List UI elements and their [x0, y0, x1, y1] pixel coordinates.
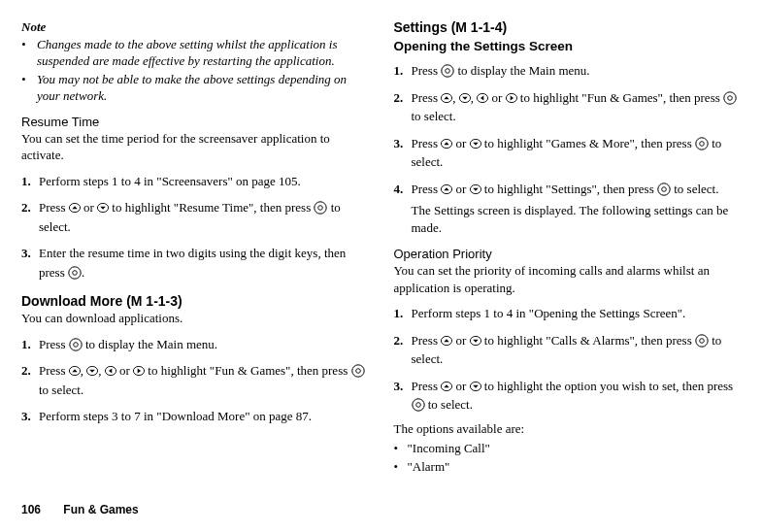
operation-priority-para: You can set the priority of incoming cal…: [394, 262, 742, 296]
left-column: Note • Changes made to the above setting…: [21, 19, 369, 475]
note-item: • You may not be able to make the above …: [21, 72, 369, 105]
step-number: 2.: [21, 361, 39, 399]
step-text: Press to display the Main menu.: [39, 335, 369, 354]
step-item: 2. Press or to highlight "Calls & Alarms…: [394, 331, 742, 369]
step-text: Perform steps 1 to 4 in "Screensavers" o…: [39, 172, 369, 191]
step-text: Press or to highlight "Calls & Alarms", …: [412, 331, 742, 369]
step-text: Enter the resume time in two digits usin…: [39, 244, 369, 282]
down-arrow-icon: [97, 203, 109, 213]
resume-time-para: You can set the time period for the scre…: [21, 130, 369, 164]
step-item: 3. Press or to highlight the option you …: [394, 377, 742, 415]
note-heading: Note: [21, 19, 369, 35]
down-arrow-icon: [470, 382, 481, 391]
center-key-icon: [412, 398, 425, 412]
down-arrow-icon: [470, 139, 481, 149]
step-item: 3. Press or to highlight "Games & More",…: [394, 134, 742, 172]
up-arrow-icon: [441, 139, 452, 149]
note-item: • Changes made to the above setting whil…: [21, 37, 369, 70]
up-arrow-icon: [441, 93, 452, 103]
step-text: Press or to highlight "Games & More", th…: [412, 134, 742, 172]
center-key-icon: [657, 183, 671, 196]
resume-time-heading: Resume Time: [21, 115, 369, 129]
menu-code: (M 1-1-3): [126, 293, 182, 309]
page-footer: 106 Fun & Games: [21, 503, 139, 516]
step-text: Perform steps 3 to 7 in "Download More" …: [39, 407, 369, 426]
down-arrow-icon: [470, 184, 481, 194]
step-text: Press to display the Main menu.: [412, 61, 742, 81]
bullet-dot: •: [21, 72, 35, 105]
option-item: • "Alarm": [394, 459, 742, 475]
step-number: 3.: [394, 377, 412, 415]
opening-settings-heading: Opening the Settings Screen: [394, 39, 742, 53]
left-arrow-icon: [105, 366, 116, 376]
step-number: 3.: [21, 244, 39, 282]
page-number: 106: [21, 503, 60, 516]
step-item: 2. Press or to highlight "Resume Time", …: [21, 198, 369, 236]
right-column: Settings (M 1-1-4) Opening the Settings …: [394, 19, 742, 475]
step-number: 2.: [394, 331, 412, 369]
right-arrow-icon: [506, 93, 517, 103]
option-text: "Incoming Call": [408, 441, 490, 456]
center-key-icon: [695, 334, 709, 348]
step-item: 2. Press , , or to highlight "Fun & Game…: [394, 88, 742, 126]
center-key-icon: [723, 91, 737, 105]
up-arrow-icon: [69, 203, 81, 213]
up-arrow-icon: [69, 366, 81, 376]
center-key-icon: [68, 266, 82, 280]
menu-code: (M 1-1-4): [451, 19, 508, 35]
step-text: Press , , or to highlight "Fun & Games",…: [412, 88, 742, 126]
step-text: Press or to highlight the option you wis…: [412, 377, 742, 415]
step-number: 2.: [21, 198, 39, 236]
up-arrow-icon: [441, 336, 452, 346]
step-text: Press or to highlight "Resume Time", the…: [39, 198, 369, 236]
step-number: 1.: [21, 335, 39, 354]
step-item: 1. Perform steps 1 to 4 in "Opening the …: [394, 304, 742, 323]
step-item: 2. Press , , or to highlight "Fun & Game…: [21, 361, 369, 399]
step-number: 3.: [394, 134, 412, 172]
bullet-dot: •: [21, 37, 35, 70]
right-arrow-icon: [133, 366, 145, 376]
center-key-icon: [351, 364, 365, 378]
center-key-icon: [695, 137, 709, 150]
step-number: 1.: [21, 172, 39, 191]
step-followup: The Settings screen is displayed. The fo…: [412, 202, 742, 237]
footer-title: Fun & Games: [63, 503, 138, 516]
step-number: 1.: [394, 304, 412, 323]
download-more-para: You can download applications.: [21, 310, 369, 327]
note-text: Changes made to the above setting whilst…: [35, 37, 369, 70]
center-key-icon: [69, 338, 83, 351]
step-item: 4. Press or to highlight "Settings", the…: [394, 180, 742, 238]
step-text: Perform steps 1 to 4 in "Opening the Set…: [412, 304, 742, 323]
step-item: 3. Enter the resume time in two digits u…: [21, 244, 369, 282]
step-number: 3.: [21, 407, 39, 426]
step-item: 1. Perform steps 1 to 4 in "Screensavers…: [21, 172, 369, 191]
step-number: 4.: [394, 180, 412, 238]
step-number: 2.: [394, 88, 412, 126]
center-key-icon: [314, 201, 327, 215]
step-item: 1. Press to display the Main menu.: [394, 61, 742, 81]
settings-heading: Settings (M 1-1-4): [394, 19, 742, 35]
step-item: 1. Press to display the Main menu.: [21, 335, 369, 354]
options-intro: The options available are:: [394, 420, 742, 438]
down-arrow-icon: [470, 336, 481, 346]
step-item: 3. Perform steps 3 to 7 in "Download Mor…: [21, 407, 369, 426]
step-text: Press , , or to highlight "Fun & Games",…: [39, 361, 369, 399]
step-number: 1.: [394, 61, 412, 81]
up-arrow-icon: [441, 382, 452, 391]
note-text: You may not be able to make the above se…: [35, 72, 369, 105]
down-arrow-icon: [459, 93, 471, 103]
bullet-dot: •: [394, 441, 408, 456]
bullet-dot: •: [394, 459, 408, 475]
up-arrow-icon: [441, 184, 452, 194]
download-more-heading: Download More (M 1-1-3): [21, 293, 369, 309]
left-arrow-icon: [477, 93, 488, 103]
option-text: "Alarm": [408, 459, 450, 475]
operation-priority-heading: Operation Priority: [394, 247, 742, 261]
option-item: • "Incoming Call": [394, 441, 742, 456]
step-text: Press or to highlight "Settings", then p…: [412, 180, 742, 238]
down-arrow-icon: [86, 366, 98, 376]
center-key-icon: [441, 64, 454, 78]
